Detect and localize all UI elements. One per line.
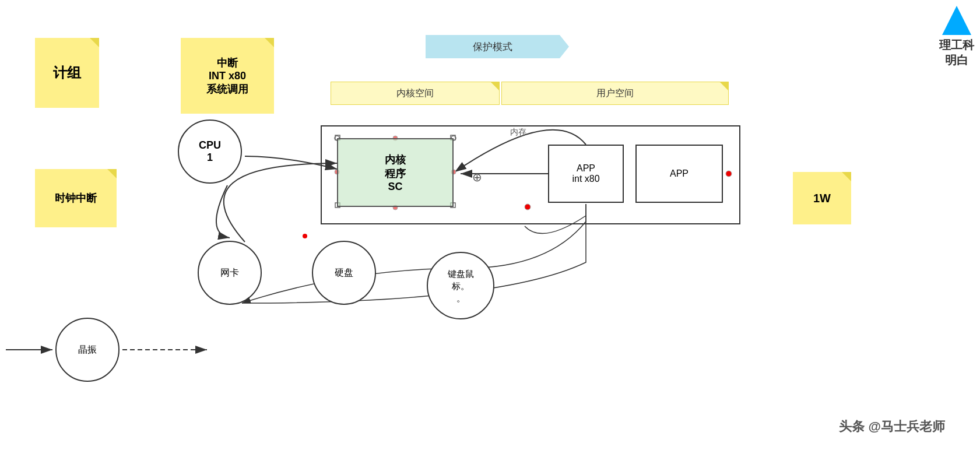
sticky-clock-label: 时钟中断 <box>55 191 97 205</box>
keyboard-label: 键盘鼠标。。 <box>448 269 474 303</box>
hard-disk-label: 硬盘 <box>335 267 353 279</box>
diagram-area: ⊕ 理工科 明白 计组 中断 INT x80 系统调用 时钟中断 1W 保护模式… <box>0 0 980 450</box>
hard-disk-circle: 硬盘 <box>312 241 376 305</box>
logo-line1: 理工科 <box>939 37 974 52</box>
arrows-layer: ⊕ <box>0 0 980 450</box>
kernel-line3: SC <box>388 181 402 192</box>
wangka-label: 网卡 <box>220 267 239 279</box>
user-space-text: 用户空间 <box>596 87 634 100</box>
watermark: 头条 @马士兵老师 <box>839 418 945 435</box>
kernel-program-box: 内核 程序 SC <box>337 138 454 207</box>
cpu-circle: CPU1 <box>178 119 242 184</box>
user-space-label: 用户空间 <box>501 82 729 105</box>
keyboard-circle: 键盘鼠标。。 <box>427 252 494 319</box>
protection-mode-label: 保护模式 <box>473 40 512 54</box>
sticky-interrupt-label: 中断 INT x80 系统调用 <box>206 56 248 96</box>
cpu-label: CPU1 <box>199 139 221 163</box>
sticky-clock: 时钟中断 <box>35 169 117 227</box>
sticky-jihe-label: 计组 <box>53 64 81 82</box>
protection-mode-banner: 保护模式 <box>426 35 560 58</box>
logo-icon <box>942 6 971 35</box>
kernel-space-text: 内核空间 <box>396 87 434 100</box>
logo-line2: 明白 <box>945 52 968 68</box>
kernel-line2: 程序 <box>385 168 406 180</box>
crystal-label: 晶振 <box>78 344 97 356</box>
logo-area: 理工科 明白 <box>939 6 974 68</box>
watermark-text: 头条 @马士兵老师 <box>839 419 945 434</box>
kernel-line1: 内核 <box>385 154 406 166</box>
kernel-space-label: 内核空间 <box>331 82 500 105</box>
sticky-1w-label: 1W <box>813 192 831 205</box>
wangka-circle: 网卡 <box>198 241 262 305</box>
crystal-circle: 晶振 <box>55 318 120 382</box>
app-int-x80-box: APP int x80 <box>548 145 624 203</box>
svg-point-5 <box>303 234 307 238</box>
sticky-jihe: 计组 <box>35 38 99 108</box>
sticky-1w: 1W <box>793 172 851 224</box>
app-int-x80-label: APP int x80 <box>572 163 599 184</box>
memory-label: 内存 <box>510 127 526 138</box>
app-box: APP <box>635 145 723 203</box>
sticky-interrupt: 中断 INT x80 系统调用 <box>181 38 274 114</box>
app-label: APP <box>670 168 689 179</box>
kernel-box-text: 内核 程序 SC <box>385 153 406 193</box>
